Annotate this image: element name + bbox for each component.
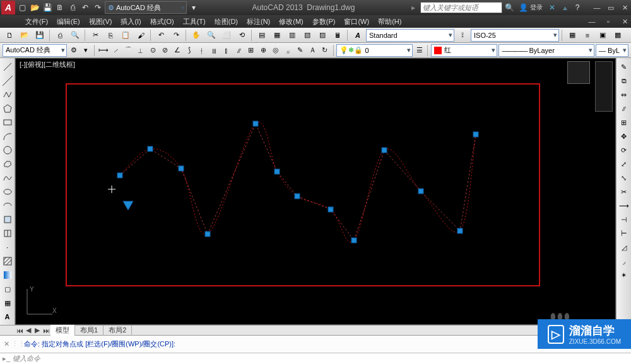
tab-next-icon[interactable]: ▶ — [33, 326, 42, 334]
copy-obj-icon[interactable]: ⧉ — [618, 74, 630, 87]
copy-icon[interactable]: ⎘ — [103, 29, 117, 42]
ws-dropdown-icon[interactable]: ▾ — [81, 44, 91, 57]
dim-base-icon[interactable]: ⟊ — [196, 44, 207, 57]
lineweight-combo[interactable]: — ByL — [596, 44, 628, 57]
xline-icon[interactable] — [1, 74, 14, 87]
exchange-icon[interactable]: ✕ — [546, 2, 558, 13]
qat-redo-icon[interactable]: ↷ — [92, 2, 103, 13]
arc-icon[interactable] — [1, 130, 14, 143]
line-icon[interactable] — [1, 61, 14, 73]
qat-undo-icon[interactable]: ↶ — [80, 2, 91, 13]
scale-icon[interactable]: ⤢ — [618, 158, 630, 170]
save-icon[interactable]: 💾 — [33, 29, 47, 42]
close-button[interactable]: ✕ — [618, 3, 631, 13]
circle-icon[interactable] — [1, 144, 14, 156]
dim-jog-icon[interactable]: ⟆ — [184, 44, 195, 57]
dim-cmark-icon[interactable]: ⊕ — [258, 44, 269, 57]
menu-modify[interactable]: 修改(M) — [276, 16, 306, 28]
new-icon[interactable]: 🗋 — [3, 29, 16, 42]
qat-dropdown-icon[interactable]: ▾ — [188, 2, 199, 13]
match-icon[interactable]: 🖌 — [134, 29, 148, 42]
pan-icon[interactable]: ✋ — [189, 29, 203, 42]
array-icon[interactable]: ⊞ — [618, 116, 630, 129]
zoomwin-icon[interactable]: ⬜ — [220, 29, 233, 42]
trim-icon[interactable]: ✂ — [618, 185, 630, 198]
tab-last-icon[interactable]: ⏭ — [42, 327, 50, 334]
color-combo[interactable]: 红 — [431, 44, 497, 57]
rectangle-icon[interactable] — [1, 116, 14, 129]
ellipsearc-icon[interactable] — [1, 199, 14, 212]
move-icon[interactable]: ✥ — [618, 130, 630, 143]
drawing-canvas[interactable]: [-][俯视][二维线框] YX ⬮⬮⬮ — [15, 58, 616, 325]
cmd-close-icon[interactable]: ✕ — [1, 340, 11, 348]
dim-arc-icon[interactable]: ⌒ — [122, 44, 133, 57]
erase-icon[interactable]: ✎ — [618, 61, 630, 73]
break-icon[interactable]: ⊣ — [618, 213, 630, 226]
viewcube[interactable] — [567, 61, 590, 84]
region-icon[interactable]: ▢ — [1, 283, 14, 295]
point-icon[interactable]: · — [1, 241, 14, 254]
tab-prev-icon[interactable]: ◀ — [24, 326, 33, 334]
dim-tedit-icon[interactable]: Ａ — [307, 44, 318, 57]
spline-icon[interactable] — [1, 172, 14, 184]
navbar-icon[interactable] — [595, 61, 613, 112]
qat-plot-icon[interactable]: ⎙ — [67, 2, 78, 13]
doc-restore[interactable]: ▫ — [602, 16, 615, 26]
dim-ang-icon[interactable]: ∠ — [172, 44, 182, 57]
command-input[interactable]: 键入命令 — [13, 354, 40, 363]
linetype-combo[interactable]: ———— ByLayer — [498, 44, 594, 57]
infocenter-arrow-icon[interactable]: ▸ — [408, 2, 419, 13]
redo-icon[interactable]: ↷ — [169, 29, 183, 42]
workspace-combo[interactable]: AutoCAD 经典 — [3, 44, 67, 57]
textstyle-icon[interactable]: A — [351, 29, 365, 42]
dimstyle-combo[interactable]: ISO-25 — [471, 29, 559, 42]
menu-dimension[interactable]: 标注(N) — [244, 16, 273, 28]
doc-close[interactable]: ✕ — [618, 16, 631, 26]
fillet-icon[interactable]: ◞ — [618, 255, 630, 267]
dim-edit-icon[interactable]: ✎ — [295, 44, 305, 57]
props-icon[interactable]: ▤ — [255, 29, 269, 42]
dim-space-icon[interactable]: ⫿ — [221, 44, 232, 57]
dim-dia-icon[interactable]: ⊘ — [160, 44, 170, 57]
rotate-icon[interactable]: ⟳ — [618, 144, 630, 156]
dim-rad-icon[interactable]: ⊙ — [147, 44, 158, 57]
menu-edit[interactable]: 编辑(E) — [54, 16, 83, 28]
menu-format[interactable]: 格式(O) — [148, 16, 177, 28]
dim-aligned-icon[interactable]: ⟋ — [110, 44, 121, 57]
mirror-icon[interactable]: ⇔ — [618, 88, 630, 101]
cut-icon[interactable]: ✂ — [88, 29, 102, 42]
qat-save-icon[interactable]: 💾 — [42, 2, 53, 13]
plot-icon[interactable]: ⎙ — [53, 29, 67, 42]
join-icon[interactable]: ⊢ — [618, 227, 630, 240]
offset-icon[interactable]: ⫽ — [618, 102, 630, 115]
table-icon[interactable]: ▦ — [1, 296, 14, 309]
menu-window[interactable]: 窗口(W) — [341, 16, 372, 28]
markup-icon[interactable]: ▨ — [316, 29, 329, 42]
layer-props-icon[interactable]: ☰ — [414, 44, 425, 57]
tab-model[interactable]: 模型 — [50, 325, 75, 336]
tab-layout1[interactable]: 布局1 — [75, 325, 103, 336]
qat-open-icon[interactable]: 📂 — [29, 2, 40, 13]
menu-help[interactable]: 帮助(H) — [375, 16, 404, 28]
zoomrt-icon[interactable]: 🔍 — [204, 29, 218, 42]
hatch-icon[interactable] — [1, 255, 14, 267]
preview-icon[interactable]: 🔍 — [68, 29, 82, 42]
menu-param[interactable]: 参数(P) — [310, 16, 338, 28]
ws-settings-icon[interactable]: ⚙ — [68, 44, 79, 57]
dim-ord-icon[interactable]: ⟂ — [135, 44, 146, 57]
pline-icon[interactable] — [1, 88, 14, 101]
qat-workspace-combo[interactable]: ⚙AutoCAD 经典 — [105, 1, 187, 14]
dim-tol-icon[interactable]: ⊞ — [245, 44, 256, 57]
layer-combo[interactable]: 💡❄🔒 0 — [336, 44, 413, 57]
dc-icon[interactable]: ▦ — [270, 29, 284, 42]
tablestyle-icon[interactable]: ▦ — [565, 29, 579, 42]
app-logo[interactable]: A — [1, 1, 15, 15]
minimize-button[interactable]: — — [591, 3, 603, 13]
makeblk-icon[interactable] — [1, 227, 14, 240]
ssm-icon[interactable]: ▧ — [300, 29, 314, 42]
search-icon[interactable]: 🔍 — [504, 2, 515, 13]
tp-icon[interactable]: ▥ — [285, 29, 299, 42]
block-icon[interactable]: ▣ — [596, 29, 610, 42]
doc-minimize[interactable]: — — [586, 16, 598, 26]
menu-insert[interactable]: 插入(I) — [118, 16, 143, 28]
